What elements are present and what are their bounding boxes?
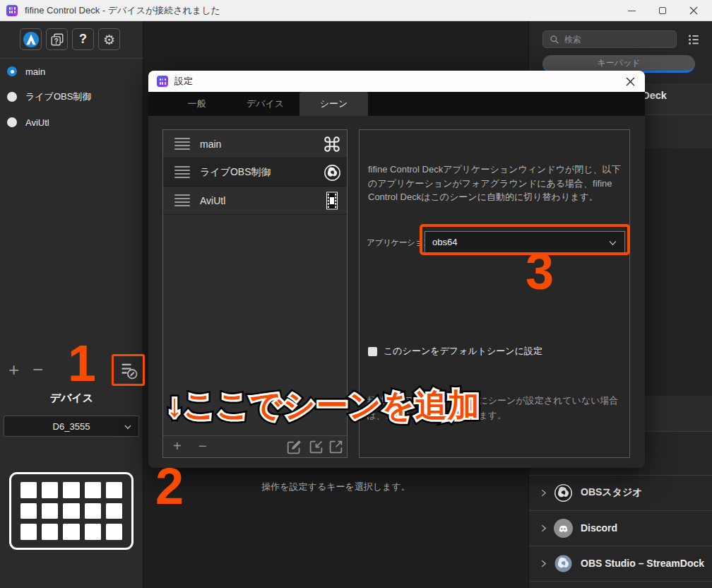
- help-icon: ?: [79, 32, 87, 47]
- app-group-discord[interactable]: Discord: [529, 510, 712, 546]
- app-icon: [6, 5, 18, 16]
- remove-scene-button[interactable]: −: [198, 438, 207, 454]
- discord-icon: [554, 519, 573, 538]
- edit-icon: [287, 440, 302, 454]
- close-icon: [689, 6, 698, 15]
- profiles-button[interactable]: ?: [46, 28, 68, 50]
- minimize-button[interactable]: [616, 0, 647, 21]
- tab-scene[interactable]: シーン: [299, 92, 368, 116]
- radio-icon: [7, 117, 17, 127]
- radio-selected-icon: [7, 66, 17, 76]
- scene-list-panel: main ライブOBS制御: [162, 129, 348, 458]
- add-scene-button[interactable]: +: [173, 438, 182, 454]
- tab-general[interactable]: 一般: [162, 92, 231, 116]
- profiles-icon: ?: [49, 32, 65, 47]
- scene-row-aviutl[interactable]: AviUtl: [163, 187, 347, 215]
- app-group-obs-streamdock[interactable]: OBS Studio – StreamDock: [529, 546, 712, 581]
- window-title: fifine Control Deck - デバイスが接続されました: [25, 4, 220, 17]
- chevron-right-icon: [539, 488, 548, 498]
- toolbar: ? ? ⚙: [20, 28, 120, 50]
- left-sidebar: ? ? ⚙ main ライブOBS制御 Avi: [0, 21, 143, 588]
- list-icon: [687, 33, 700, 46]
- list-view-button[interactable]: [687, 33, 700, 46]
- add-profile-button[interactable]: +: [8, 360, 19, 379]
- chevron-right-icon: [539, 559, 548, 568]
- device-label: デバイス: [0, 392, 143, 405]
- app-icon: [157, 76, 168, 87]
- keypad-preview: [9, 472, 134, 550]
- svg-text:?: ?: [54, 37, 58, 45]
- default-scene-row: このシーンをデフォルトシーンに設定: [368, 345, 542, 358]
- chevron-down-icon: [124, 423, 132, 431]
- import-icon: [309, 440, 324, 454]
- scene-row-main[interactable]: main: [163, 130, 347, 158]
- chevron-down-icon: [608, 238, 617, 247]
- application-label: アプリケーション:: [367, 237, 433, 248]
- command-icon: [323, 135, 341, 153]
- drag-handle-icon[interactable]: [174, 166, 190, 179]
- obs-studio-icon: [554, 483, 573, 502]
- edit-scene-button[interactable]: [287, 440, 302, 454]
- close-button[interactable]: [678, 0, 709, 21]
- dialog-title: 設定: [174, 75, 193, 88]
- default-scene-label: このシーンをデフォルトシーンに設定: [384, 345, 542, 358]
- close-icon: [626, 77, 635, 86]
- scene-row-live-obs[interactable]: ライブOBS制御: [163, 158, 347, 187]
- profile-item-live-obs[interactable]: ライブOBS制御: [0, 84, 143, 110]
- fifine-logo-icon: [23, 31, 40, 48]
- drag-handle-icon[interactable]: [174, 138, 190, 151]
- export-icon: [328, 440, 343, 454]
- fifine-logo-button[interactable]: [20, 28, 42, 50]
- action-search: [542, 30, 677, 48]
- app-group-obs-studio[interactable]: OBSスタジオ: [529, 475, 712, 510]
- settings-button[interactable]: ⚙: [98, 28, 120, 50]
- device-select[interactable]: D6_3555: [4, 416, 139, 437]
- dialog-tabbar: 一般 デバイス シーン: [148, 92, 645, 116]
- search-input[interactable]: [564, 35, 663, 45]
- help-button[interactable]: ?: [72, 28, 94, 50]
- fallback-note: 起動中のアプリケーションにシーンが設定されていない場合は、このシーンが表示されま…: [367, 393, 625, 423]
- profile-item-main[interactable]: main: [0, 59, 143, 84]
- tab-device[interactable]: デバイス: [231, 92, 299, 116]
- dialog-body: main ライブOBS制御: [148, 116, 645, 468]
- gear-icon: ⚙: [103, 32, 115, 47]
- search-icon: [550, 35, 559, 45]
- chevron-right-icon: [539, 524, 548, 533]
- obs-streamdock-icon: [554, 554, 573, 573]
- application-select[interactable]: obs64: [425, 231, 625, 253]
- remove-profile-button[interactable]: −: [32, 360, 43, 379]
- app-window: fifine Control Deck - デバイスが接続されました: [0, 0, 712, 588]
- window-titlebar: fifine Control Deck - デバイスが接続されました: [0, 0, 712, 21]
- scene-switch-description: fifine Control Deckアプリケーションウィンドウが閉じ、以下のア…: [368, 163, 622, 204]
- scene-list-footer: + −: [163, 435, 347, 457]
- scene-config-panel: fifine Control Deckアプリケーションウィンドウが閉じ、以下のア…: [359, 129, 630, 458]
- drag-handle-icon[interactable]: [174, 194, 190, 207]
- import-scene-button[interactable]: [309, 440, 324, 454]
- app-body: ? ? ⚙ main ライブOBS制御 Avi: [0, 21, 712, 588]
- scene-manager-button[interactable]: [117, 359, 139, 381]
- key-select-hint: 操作を設定するキーを選択します。: [143, 481, 528, 493]
- radio-icon: [7, 92, 17, 102]
- obs-icon: [323, 163, 341, 182]
- dialog-titlebar: 設定: [148, 71, 645, 92]
- default-scene-checkbox[interactable]: [368, 347, 377, 356]
- scene-manager-icon: [119, 360, 138, 380]
- dialog-close-button[interactable]: [622, 75, 638, 88]
- profile-item-aviutl[interactable]: AviUtl: [0, 110, 143, 135]
- maximize-button[interactable]: [647, 0, 678, 21]
- film-icon: [323, 192, 341, 210]
- export-scene-button[interactable]: [328, 440, 343, 454]
- settings-dialog: 設定 一般 デバイス シーン main: [148, 71, 645, 468]
